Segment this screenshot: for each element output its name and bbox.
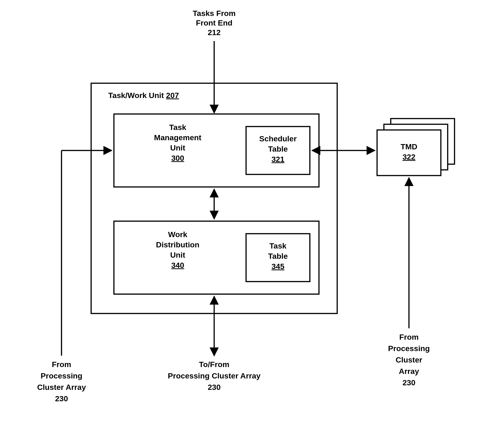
tt-line2: Table [268, 252, 288, 260]
scheduler-table-label: Scheduler Table 321 [259, 134, 297, 163]
tmu-num: 300 [171, 154, 184, 162]
rb-line4: Array [399, 367, 419, 375]
rb-num: 230 [403, 378, 416, 387]
tmd-stack: TMD 322 [377, 119, 455, 176]
tmu-line2: Management [154, 133, 201, 142]
lb-line2: Processing [41, 371, 82, 380]
lb-line3: Cluster Array [37, 383, 86, 391]
wdu-line1: Work [168, 230, 187, 239]
wdu-num: 340 [171, 261, 184, 270]
task-management-unit-box [114, 114, 319, 187]
cb-line1: To/From [199, 360, 229, 369]
wdu-line3: Unit [170, 251, 185, 259]
task-table-label: Task Table 345 [268, 241, 288, 271]
twu-label-text: Task/Work Unit [108, 91, 164, 100]
sched-line2: Table [268, 144, 288, 153]
left-bottom-label: From Processing Cluster Array 230 [37, 360, 86, 403]
tmd-num: 322 [403, 153, 416, 161]
rb-line3: Cluster [395, 355, 422, 364]
work-distribution-unit-label: Work Distribution Unit 340 [156, 230, 199, 270]
tt-num: 345 [272, 262, 285, 271]
twu-label-num: 207 [166, 91, 179, 100]
top-label-line2: Front End [196, 18, 233, 27]
sched-num: 321 [272, 155, 285, 163]
tt-line1: Task [270, 241, 287, 250]
cb-line2: Processing Cluster Array [168, 371, 261, 380]
top-label-num: 212 [208, 28, 221, 37]
right-bottom-label: From Processing Cluster Array 230 [388, 333, 430, 387]
center-bottom-label: To/From Processing Cluster Array 230 [168, 360, 261, 391]
diagram-root: Tasks From Front End 212 Task/Work Unit … [0, 0, 501, 448]
tmu-line3: Unit [170, 144, 185, 152]
top-label-line1: Tasks From [193, 9, 236, 17]
rb-line1: From [399, 333, 419, 341]
tmu-line1: Task [169, 123, 186, 131]
cb-num: 230 [208, 383, 221, 391]
work-distribution-unit-box [114, 221, 319, 294]
wdu-line2: Distribution [156, 240, 199, 249]
task-management-unit-label: Task Management Unit 300 [154, 123, 201, 162]
lb-num: 230 [55, 394, 68, 403]
lb-line1: From [52, 360, 71, 369]
rb-line2: Processing [388, 344, 430, 353]
sched-line1: Scheduler [259, 134, 297, 143]
tmd-label: TMD [400, 142, 417, 151]
task-work-unit-label: Task/Work Unit 207 [108, 91, 179, 100]
top-source-label: Tasks From Front End 212 [193, 9, 236, 37]
